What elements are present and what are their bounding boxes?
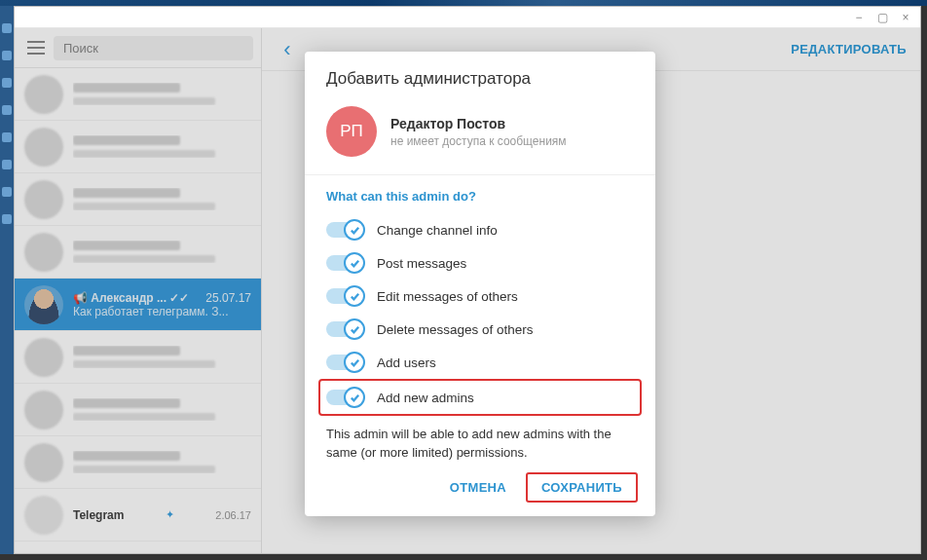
permission-label: Post messages: [377, 256, 466, 271]
permission-label: Delete messages of others: [377, 322, 534, 337]
app-body: Поиск: [15, 28, 920, 553]
add-admin-modal: Добавить администратора РП Редактор Пост…: [305, 52, 655, 516]
permission-row: Add new admins: [318, 379, 642, 416]
permission-row: Add users: [326, 346, 634, 379]
permissions-section-label: What can this admin do?: [305, 189, 655, 213]
window-titlebar: − ▢ ×: [15, 7, 920, 28]
permission-row: Edit messages of others: [326, 280, 634, 313]
permission-toggle[interactable]: [326, 390, 363, 405]
permission-label: Add new admins: [377, 391, 474, 405]
desktop-background: [0, 6, 14, 554]
maximize-button[interactable]: ▢: [875, 11, 889, 24]
permission-row: Change channel info: [326, 213, 634, 246]
permission-toggle[interactable]: [326, 321, 363, 337]
permission-label: Change channel info: [377, 223, 498, 238]
permission-row: Post messages: [326, 246, 634, 280]
permission-toggle[interactable]: [326, 288, 363, 304]
divider: [305, 174, 655, 175]
permission-toggle[interactable]: [326, 355, 363, 370]
permissions-list: Change channel infoPost messagesEdit mes…: [305, 213, 655, 416]
permission-row: Delete messages of others: [326, 313, 634, 346]
save-button[interactable]: СОХРАНИТЬ: [526, 472, 638, 503]
modal-title: Добавить администратора: [305, 69, 655, 102]
permission-toggle[interactable]: [326, 222, 363, 238]
app-window: − ▢ × Поиск: [14, 6, 921, 554]
minimize-button[interactable]: −: [852, 11, 866, 24]
admin-avatar: РП: [326, 106, 377, 157]
close-button[interactable]: ×: [899, 11, 912, 24]
permission-label: Edit messages of others: [377, 289, 518, 304]
permission-toggle[interactable]: [326, 255, 363, 271]
admin-identity: РП Редактор Постов не имеет доступа к со…: [305, 102, 655, 174]
admin-subtitle: не имеет доступа к сообщениям: [390, 134, 567, 148]
modal-footer: ОТМЕНА СОХРАНИТЬ: [305, 463, 655, 506]
cancel-button[interactable]: ОТМЕНА: [436, 474, 520, 501]
admin-name: Редактор Постов: [390, 116, 567, 131]
permissions-note: This admin will be able to add new admin…: [305, 416, 655, 463]
permission-label: Add users: [377, 355, 436, 370]
